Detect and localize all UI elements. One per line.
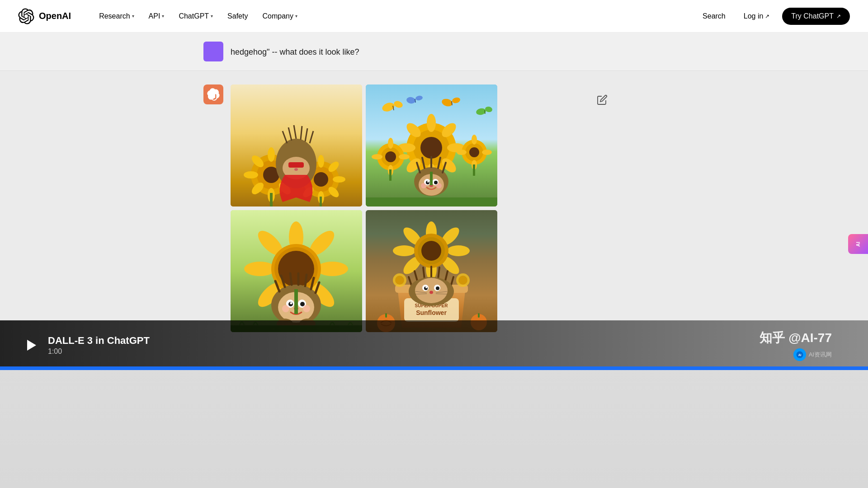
svg-line-87 (452, 101, 452, 105)
svg-rect-169 (478, 313, 480, 318)
chevron-down-icon: ▾ (132, 14, 134, 19)
svg-rect-95 (430, 172, 433, 185)
user-message-bar: hedgehog" -- what does it look like? (0, 33, 868, 71)
navbar: OpenAI Research ▾ API ▾ ChatGPT ▾ Safety… (0, 0, 868, 33)
search-button[interactable]: Search (697, 9, 731, 24)
login-button[interactable]: Log in ↗ (738, 9, 775, 24)
hedgehog-superhero-svg (231, 84, 362, 206)
assistant-avatar (203, 84, 223, 104)
svg-point-134 (393, 245, 415, 256)
svg-point-58 (372, 154, 382, 160)
svg-rect-97 (473, 164, 475, 176)
chatgpt-icon (207, 88, 220, 101)
user-message-text: hedgehog" -- what does it look like? (231, 42, 359, 58)
svg-point-66 (482, 150, 492, 155)
svg-point-125 (282, 305, 289, 312)
svg-point-35 (294, 168, 298, 171)
svg-point-37 (289, 163, 295, 167)
hedgehog-field-svg (366, 84, 497, 206)
video-play-button[interactable] (23, 337, 39, 353)
svg-point-171 (395, 276, 404, 285)
svg-point-79 (421, 183, 426, 188)
edit-icon[interactable] (594, 92, 610, 108)
chevron-down-icon: ▾ (162, 14, 164, 19)
svg-rect-39 (270, 193, 273, 206)
hedgehog-pot-svg: SUPER-DUPER Sunflower (366, 210, 497, 332)
svg-point-56 (388, 138, 393, 149)
openai-logo-icon (18, 8, 34, 24)
svg-point-142 (421, 241, 441, 261)
image-cell-2[interactable] (366, 84, 497, 206)
svg-point-4 (268, 147, 275, 162)
svg-line-114 (305, 275, 307, 286)
video-title: DALL-E 3 in ChatGPT (48, 335, 150, 347)
svg-point-80 (436, 183, 442, 188)
main-content: hedgehog" -- what does it look like? (0, 0, 868, 488)
floating-side-button[interactable]: AI (848, 234, 868, 254)
svg-point-18 (333, 176, 345, 183)
svg-point-63 (472, 135, 477, 145)
svg-point-6 (244, 171, 258, 178)
edit-svg-icon (597, 94, 608, 105)
image-cell-1[interactable] (231, 84, 362, 206)
svg-point-159 (436, 286, 439, 290)
svg-point-160 (425, 286, 427, 288)
chat-area: SUPER-DUPER Sunflower (0, 71, 868, 370)
svg-point-78 (427, 181, 429, 183)
watermark-text: 知乎 @AI-77 (760, 329, 832, 347)
external-link-icon: ↗ (765, 13, 769, 19)
svg-point-135 (447, 245, 470, 256)
svg-rect-168 (385, 313, 387, 318)
svg-point-155 (415, 278, 448, 303)
svg-point-102 (316, 262, 348, 276)
arrow-icon: ↗ (836, 13, 841, 19)
nav-item-research[interactable]: Research ▾ (93, 9, 140, 24)
try-chatgpt-button[interactable]: Try ChatGPT ↗ (782, 8, 850, 25)
svg-point-173 (458, 276, 467, 285)
svg-text:Sunflower: Sunflower (416, 309, 447, 316)
svg-rect-129 (294, 289, 298, 314)
video-info: DALL-E 3 in ChatGPT 1:00 (48, 335, 150, 356)
video-overlay: DALL-E 3 in ChatGPT 1:00 知乎 @AI-77 AI AI… (0, 320, 868, 370)
svg-point-101 (244, 262, 276, 276)
svg-line-112 (290, 273, 292, 285)
image-cell-3[interactable] (231, 210, 362, 332)
chevron-down-icon: ▾ (211, 14, 213, 19)
logo-text: OpenAI (39, 11, 71, 21)
floating-btn-label: AI (855, 242, 861, 247)
nav-item-safety[interactable]: Safety (221, 9, 254, 24)
svg-point-38 (297, 163, 303, 167)
play-triangle-icon (27, 340, 36, 351)
svg-point-55 (385, 151, 396, 162)
svg-line-90 (485, 110, 485, 114)
image-grid: SUPER-DUPER Sunflower (231, 84, 497, 332)
svg-text:AI: AI (798, 353, 801, 357)
user-avatar (203, 42, 223, 61)
svg-point-62 (469, 147, 479, 157)
svg-point-126 (303, 305, 310, 312)
ai-logo-svg: AI (796, 351, 804, 359)
svg-rect-96 (389, 169, 392, 181)
watermark-logo: AI AI资讯网 (793, 348, 832, 361)
svg-line-93 (415, 99, 415, 103)
svg-point-15 (318, 155, 324, 168)
nav-item-company[interactable]: Company ▾ (256, 9, 303, 24)
svg-point-122 (300, 302, 305, 306)
assistant-message: SUPER-DUPER Sunflower (203, 84, 648, 332)
watermark-site: AI资讯网 (809, 351, 832, 359)
nav-links: Research ▾ API ▾ ChatGPT ▾ Safety Compan… (93, 9, 697, 24)
nav-actions: Search Log in ↗ Try ChatGPT ↗ (697, 8, 850, 25)
svg-rect-40 (320, 197, 322, 206)
svg-point-65 (457, 150, 467, 155)
image-cell-4[interactable]: SUPER-DUPER Sunflower (366, 210, 497, 332)
svg-point-161 (429, 291, 433, 294)
video-duration: 1:00 (48, 347, 150, 356)
svg-point-45 (427, 114, 436, 132)
nav-item-api[interactable]: API ▾ (142, 9, 171, 24)
chevron-down-icon: ▾ (295, 14, 297, 19)
hedgehog-cartoon-svg (231, 210, 362, 332)
watermark-logo-icon: AI (793, 348, 806, 361)
logo[interactable]: OpenAI (18, 8, 71, 24)
svg-point-44 (420, 137, 442, 159)
nav-item-chatgpt[interactable]: ChatGPT ▾ (172, 9, 219, 24)
